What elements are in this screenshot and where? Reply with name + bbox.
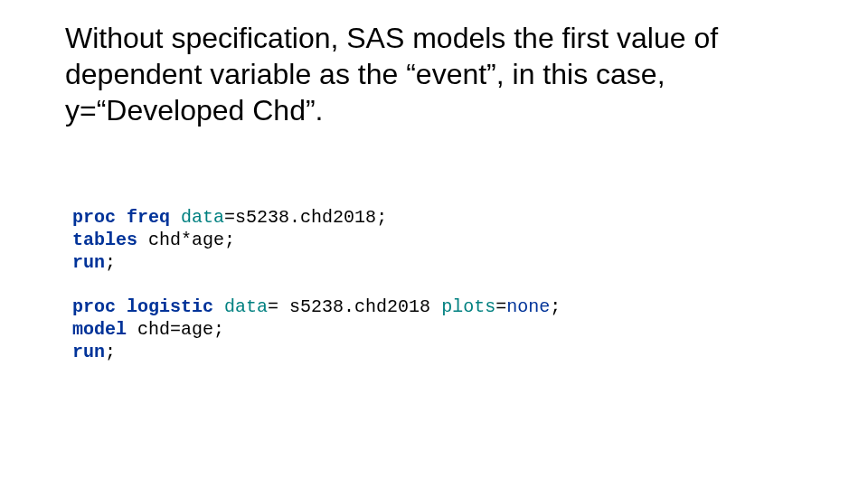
kw-run: run <box>72 342 105 362</box>
code-line-2: tables chd*age; <box>72 230 235 250</box>
opt-data: data <box>181 207 224 228</box>
sas-code-block: proc freq data=s5238.chd2018; tables chd… <box>72 206 814 363</box>
tables-expr: chd*age <box>148 230 224 250</box>
code-line-4: proc logistic data= s5238.chd2018 plots=… <box>72 296 561 317</box>
slide: Without specification, SAS models the fi… <box>0 0 868 488</box>
code-line-1: proc freq data=s5238.chd2018; <box>72 207 387 228</box>
slide-heading: Without specification, SAS models the fi… <box>65 20 807 128</box>
kw-proc: proc <box>72 207 116 228</box>
semicolon: ; <box>105 252 116 273</box>
dataset-name: s5238.chd2018 <box>235 207 376 228</box>
code-line-3: run; <box>72 252 116 273</box>
semicolon: ; <box>213 319 224 340</box>
kw-freq: freq <box>127 207 170 228</box>
semicolon: ; <box>376 207 387 228</box>
val-none: none <box>506 296 550 317</box>
code-line-5: model chd=age; <box>72 319 224 340</box>
semicolon: ; <box>224 230 235 250</box>
kw-run: run <box>72 252 105 273</box>
kw-logistic: logistic <box>127 296 213 317</box>
eq: = <box>268 296 278 317</box>
kw-tables: tables <box>72 230 137 250</box>
kw-proc: proc <box>72 296 116 317</box>
semicolon: ; <box>550 296 561 317</box>
opt-plots: plots <box>441 296 495 317</box>
eq: = <box>224 207 235 228</box>
code-gap <box>72 274 814 296</box>
dataset-name: s5238.chd2018 <box>278 296 430 317</box>
code-line-6: run; <box>72 342 116 362</box>
model-expr: chd=age <box>137 319 213 340</box>
kw-model: model <box>72 319 127 340</box>
opt-data: data <box>224 296 268 317</box>
semicolon: ; <box>105 342 116 362</box>
eq: = <box>495 296 506 317</box>
